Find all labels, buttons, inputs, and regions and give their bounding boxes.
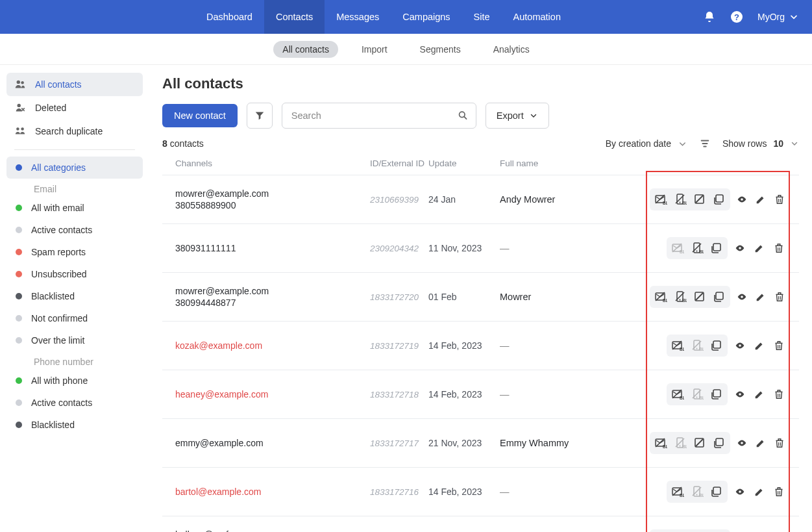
stack-button[interactable]	[709, 485, 724, 499]
trash-button[interactable]	[772, 387, 786, 401]
eye-button[interactable]	[733, 485, 747, 499]
eye-button[interactable]	[733, 387, 747, 401]
stack-button[interactable]	[712, 290, 726, 304]
bl-mail-button[interactable]	[654, 290, 668, 304]
sidebar-item-blacklisted[interactable]: Blacklisted	[6, 414, 143, 436]
sidebar-item-label: Blacklisted	[31, 420, 75, 430]
contact-update: 14 Feb, 2023	[428, 487, 500, 497]
bl-mail-button[interactable]	[671, 241, 685, 255]
sidebar-item-active-contacts[interactable]: Active contacts	[6, 392, 143, 414]
dot-icon	[16, 249, 22, 255]
bell-icon[interactable]	[703, 10, 716, 23]
bl-phone-button[interactable]	[673, 290, 687, 304]
sidebar-item-all-with-phone[interactable]: All with phone	[6, 370, 143, 392]
filter-button[interactable]	[247, 103, 273, 129]
contact-channel: 380558889900	[175, 200, 370, 210]
bl-phone-button[interactable]	[690, 485, 704, 499]
nav-item-site[interactable]: Site	[462, 0, 502, 34]
subtab-segments[interactable]: Segments	[411, 41, 470, 58]
subtab-all-contacts[interactable]: All contacts	[273, 41, 338, 58]
eye-button[interactable]	[733, 241, 747, 255]
sort-direction-button[interactable]	[699, 138, 711, 149]
bl-phone-button[interactable]	[673, 436, 687, 450]
contact-fullname: —	[500, 243, 650, 253]
pen-button[interactable]	[752, 338, 767, 353]
bl-mail-button[interactable]	[671, 387, 685, 401]
sidebar-item-all-with-email[interactable]: All with email	[6, 197, 143, 219]
dot-icon	[16, 315, 22, 322]
nav-item-automation[interactable]: Automation	[502, 0, 572, 34]
table-row: heaney@example.com183317271814 Feb, 2023…	[162, 370, 799, 418]
sidebar-item-deleted[interactable]: Deleted	[6, 96, 143, 120]
bl-phone-button[interactable]	[673, 192, 687, 207]
pen-button[interactable]	[752, 485, 767, 499]
sidebar-item-spam-reports[interactable]: Spam reports	[6, 241, 143, 263]
bl-phone-button[interactable]	[690, 338, 704, 353]
org-label: MyOrg	[757, 12, 785, 22]
dot-icon	[16, 164, 22, 171]
search-input[interactable]	[282, 103, 476, 129]
trash-button[interactable]	[772, 338, 786, 353]
eye-button[interactable]	[733, 338, 747, 353]
sidebar-item-label: All with phone	[31, 375, 88, 386]
bl-strike-button[interactable]	[693, 290, 707, 304]
sidebar-item-over-the-limit[interactable]: Over the limit	[6, 329, 143, 351]
table-row: mowrer@example.com3805588899002310669399…	[162, 175, 799, 223]
sort-dropdown[interactable]: By creation date	[606, 138, 687, 149]
pen-button[interactable]	[752, 387, 767, 401]
show-rows-control[interactable]: Show rows 10	[722, 138, 799, 149]
sidebar-item-all-categories[interactable]: All categories	[6, 157, 143, 179]
stack-button[interactable]	[709, 241, 724, 255]
stack-button[interactable]	[709, 338, 724, 353]
trash-button[interactable]	[772, 436, 786, 450]
sidebar-item-search-duplicate[interactable]: Search duplicate	[6, 120, 143, 143]
bl-phone-button[interactable]	[690, 241, 704, 255]
bl-strike-button[interactable]	[693, 436, 707, 450]
trash-button[interactable]	[772, 485, 786, 499]
eye-button[interactable]	[735, 436, 749, 450]
sidebar-item-label: All with email	[31, 203, 84, 213]
nav-item-messages[interactable]: Messages	[325, 0, 391, 34]
trash-button[interactable]	[772, 241, 786, 255]
sidebar-item-not-confirmed[interactable]: Not confirmed	[6, 307, 143, 329]
stack-button[interactable]	[709, 387, 724, 401]
pen-button[interactable]	[754, 436, 768, 450]
subtab-analytics[interactable]: Analytics	[484, 41, 539, 58]
subtab-import[interactable]: Import	[352, 41, 397, 58]
sidebar-item-unsubscribed[interactable]: Unsubscribed	[6, 263, 143, 285]
chevron-down-icon	[529, 111, 538, 120]
nav-item-contacts[interactable]: Contacts	[264, 0, 325, 34]
trash-button[interactable]	[772, 192, 786, 207]
pen-button[interactable]	[752, 241, 767, 255]
eye-button[interactable]	[735, 192, 749, 207]
nav-item-campaigns[interactable]: Campaigns	[391, 0, 461, 34]
sidebar-item-all-contacts[interactable]: All contacts	[6, 73, 143, 96]
sidebar-item-label: Spam reports	[31, 247, 86, 257]
trash-button[interactable]	[772, 290, 786, 304]
export-button[interactable]: Export	[486, 103, 549, 129]
table-row: hallraw@ua.fm380938804477139370312922 Ja…	[162, 516, 799, 532]
bl-mail-button[interactable]	[654, 436, 668, 450]
blacklist-action-group	[667, 383, 728, 405]
stack-button[interactable]	[712, 436, 726, 450]
bl-mail-button[interactable]	[654, 192, 668, 207]
new-contact-button[interactable]: New contact	[162, 104, 238, 127]
bl-mail-button[interactable]	[671, 485, 685, 499]
bl-strike-button[interactable]	[693, 192, 707, 207]
person-x-icon	[14, 102, 26, 114]
contact-fullname: Emmy Whammy	[500, 438, 650, 448]
bl-phone-button[interactable]	[690, 387, 704, 401]
table-row: 380931111111230920434211 Nov, 2023—	[162, 223, 799, 272]
sidebar-item-blacklisted[interactable]: Blacklisted	[6, 285, 143, 307]
org-switcher[interactable]: MyOrg	[757, 12, 799, 22]
contact-id: 1833172716	[370, 487, 428, 497]
bl-mail-button[interactable]	[671, 338, 685, 353]
pen-button[interactable]	[754, 192, 768, 207]
pen-button[interactable]	[754, 290, 768, 304]
stack-button[interactable]	[712, 192, 726, 207]
eye-button[interactable]	[735, 290, 749, 304]
help-icon[interactable]	[730, 10, 743, 23]
sidebar-item-active-contacts[interactable]: Active contacts	[6, 219, 143, 241]
nav-item-dashboard[interactable]: Dashboard	[195, 0, 264, 34]
duplicate-icon	[14, 125, 26, 137]
